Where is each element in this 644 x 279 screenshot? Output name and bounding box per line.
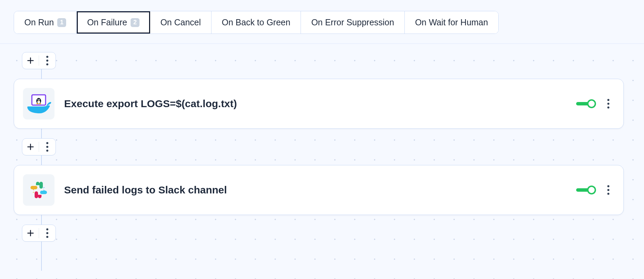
tab-label: On Failure — [87, 17, 127, 27]
tab-on-wait-for-human[interactable]: On Wait for Human — [405, 11, 498, 34]
event-tabbar: On Run 1 On Failure 2 On Cancel On Back … — [14, 11, 499, 34]
insert-step-menu-button[interactable] — [39, 52, 56, 69]
step-title: Execute export LOGS=$(cat.log.txt) — [64, 98, 237, 110]
step-card[interactable]: Send failed logs to Slack channel — [14, 165, 624, 215]
tab-on-back-to-green[interactable]: On Back to Green — [211, 11, 301, 34]
step-menu-button[interactable] — [604, 185, 612, 195]
svg-rect-10 — [31, 186, 37, 189]
insert-step-chip — [22, 138, 56, 155]
toggle-knob — [587, 186, 596, 194]
plus-icon — [27, 57, 34, 64]
add-step-button[interactable] — [22, 52, 39, 69]
step-card-right — [576, 98, 612, 109]
svg-point-4 — [39, 99, 40, 100]
svg-point-6 — [39, 103, 41, 104]
event-tabbar-wrap: On Run 1 On Failure 2 On Cancel On Back … — [0, 0, 644, 44]
svg-rect-9 — [35, 191, 38, 198]
tab-label: On Wait for Human — [415, 17, 488, 27]
tab-on-failure[interactable]: On Failure 2 — [77, 11, 150, 34]
step-card[interactable]: Execute export LOGS=$(cat.log.txt) — [14, 79, 624, 129]
more-vertical-icon — [43, 228, 51, 239]
insert-step-chip — [22, 52, 56, 69]
plus-icon — [27, 143, 34, 151]
step-menu-button[interactable] — [604, 98, 612, 109]
slack-icon — [23, 174, 54, 206]
insert-step-menu-button[interactable] — [39, 225, 56, 241]
svg-rect-7 — [39, 182, 43, 189]
docker-linux-icon — [23, 88, 54, 119]
svg-rect-8 — [40, 191, 47, 194]
tab-badge: 1 — [57, 18, 66, 27]
tab-on-run[interactable]: On Run 1 — [14, 11, 77, 34]
add-step-button[interactable] — [22, 139, 39, 155]
workflow-canvas: Execute export LOGS=$(cat.log.txt) — [0, 44, 644, 279]
add-step-button[interactable] — [22, 225, 39, 241]
step-enabled-toggle[interactable] — [576, 99, 596, 108]
tab-on-error-suppression[interactable]: On Error Suppression — [301, 11, 405, 34]
more-vertical-icon — [43, 55, 51, 66]
step-card-left: Execute export LOGS=$(cat.log.txt) — [23, 88, 237, 119]
tab-label: On Error Suppression — [311, 17, 394, 27]
insert-step-menu-button[interactable] — [39, 139, 56, 155]
step-enabled-toggle[interactable] — [576, 186, 596, 194]
step-card-right — [576, 185, 612, 195]
tab-label: On Run — [24, 17, 54, 27]
tab-on-cancel[interactable]: On Cancel — [150, 11, 211, 34]
tab-label: On Cancel — [160, 17, 201, 27]
tab-label: On Back to Green — [222, 17, 290, 27]
insert-step-chip — [22, 225, 56, 242]
tab-badge: 2 — [131, 18, 139, 27]
svg-point-5 — [36, 103, 38, 104]
step-title: Send failed logs to Slack channel — [64, 184, 227, 196]
toggle-knob — [587, 99, 596, 108]
more-vertical-icon — [43, 141, 51, 152]
step-card-left: Send failed logs to Slack channel — [23, 174, 227, 206]
svg-point-3 — [38, 99, 39, 100]
plus-icon — [27, 229, 34, 237]
